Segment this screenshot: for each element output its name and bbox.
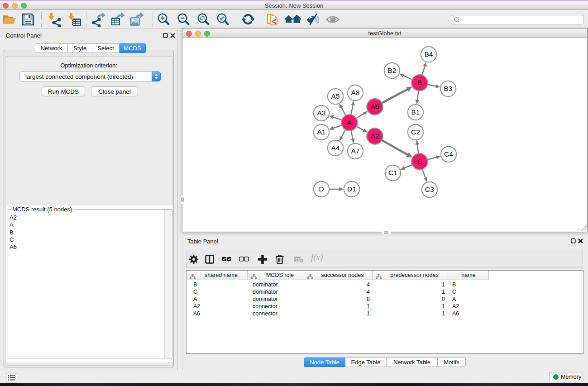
svg-text:B4: B4 — [425, 50, 433, 58]
svg-text:A8: A8 — [351, 89, 360, 96]
svg-text:A2: A2 — [371, 132, 379, 140]
svg-text:A: A — [347, 119, 352, 126]
svg-text:D1: D1 — [347, 185, 356, 193]
svg-text:D: D — [319, 185, 324, 193]
svg-text:C4: C4 — [444, 150, 453, 158]
svg-text:B: B — [417, 79, 422, 86]
svg-text:C: C — [417, 157, 422, 165]
svg-text:B1: B1 — [411, 108, 420, 116]
svg-text:A5: A5 — [331, 92, 340, 100]
svg-text:A3: A3 — [317, 109, 326, 117]
svg-text:B2: B2 — [388, 67, 397, 74]
svg-text:A1: A1 — [317, 128, 326, 136]
svg-text:C1: C1 — [388, 169, 397, 176]
svg-text:C2: C2 — [411, 128, 420, 136]
svg-text:B3: B3 — [444, 85, 453, 92]
svg-text:A4: A4 — [331, 144, 340, 152]
svg-text:A6: A6 — [371, 103, 379, 110]
svg-text:A7: A7 — [351, 147, 360, 155]
svg-text:C3: C3 — [425, 186, 434, 193]
